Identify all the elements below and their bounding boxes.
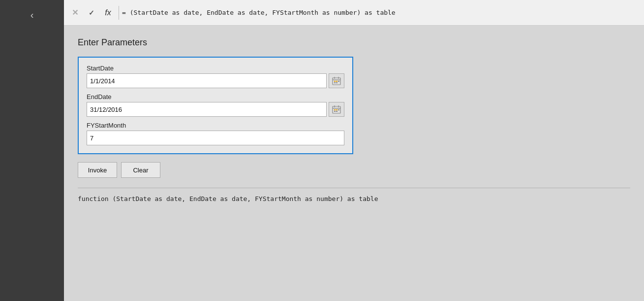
accept-formula-button[interactable]: ✓ [85,6,98,20]
startdate-input[interactable] [87,73,327,88]
content-divider [78,188,630,188]
page-title: Enter Parameters [78,37,630,48]
clear-button[interactable]: Clear [121,162,160,178]
svg-rect-15 [338,109,339,110]
enddate-label: EndDate [87,93,344,100]
cancel-formula-button[interactable]: ✕ [68,6,82,20]
formula-text: = (StartDate as date, EndDate as date, F… [122,9,640,16]
svg-rect-4 [334,81,336,82]
svg-rect-14 [336,109,337,110]
param-group-enddate: EndDate [87,93,344,117]
startdate-input-row [87,73,344,88]
fystartmonth-input[interactable] [87,131,344,145]
svg-rect-13 [334,109,336,110]
formula-bar: ✕ ✓ fx = (StartDate as date, EndDate as … [64,0,644,26]
enddate-calendar-button[interactable] [329,102,344,117]
param-group-fystartmonth: FYStartMonth [87,122,344,145]
startdate-calendar-button[interactable] [329,73,344,88]
calendar-icon [332,76,341,85]
enddate-input-row [87,102,344,117]
svg-rect-6 [338,81,339,82]
sidebar: ‹ [0,0,64,301]
param-group-startdate: StartDate [87,65,344,88]
content-panel: Enter Parameters StartDate [64,26,644,301]
svg-rect-5 [336,81,337,82]
invoke-button[interactable]: Invoke [78,162,117,178]
calendar-icon [332,105,341,114]
fx-icon: fx [101,6,119,20]
fystartmonth-input-row [87,131,344,145]
enddate-input[interactable] [87,102,327,117]
startdate-label: StartDate [87,65,344,72]
function-signature: function (StartDate as date, EndDate as … [78,195,630,202]
svg-rect-17 [336,111,337,112]
main-content: ✕ ✓ fx = (StartDate as date, EndDate as … [64,0,644,301]
back-button[interactable]: ‹ [23,6,41,24]
svg-rect-16 [334,111,336,112]
fystartmonth-label: FYStartMonth [87,122,344,129]
parameters-box: StartDate [78,57,353,154]
svg-rect-7 [334,82,336,83]
action-buttons: Invoke Clear [78,162,630,178]
svg-rect-8 [336,82,337,83]
